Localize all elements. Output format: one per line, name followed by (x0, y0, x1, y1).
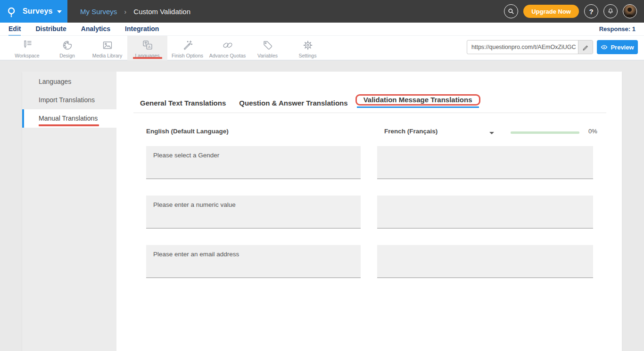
sidebar-item-languages[interactable]: Languages (22, 73, 116, 91)
product-switcher[interactable]: Surveys (0, 0, 67, 23)
toolbar-item-variables[interactable]: Variables (248, 36, 288, 60)
toolbar-item-design[interactable]: Design (47, 36, 87, 60)
tab-edit[interactable]: Edit (8, 23, 21, 36)
header-actions: Upgrade Now ? (504, 0, 637, 23)
target-language-select[interactable]: French (Français) (384, 128, 438, 135)
annotation-underline-languages (133, 57, 162, 59)
toolbar-items: Workspace Design Media Library (7, 36, 328, 60)
toolbar-item-advance-quotas[interactable]: Advance Quotas (207, 36, 248, 60)
sidebar-item-label: Manual Translations (39, 114, 98, 122)
survey-nav: Edit Distribute Analytics Integration Re… (0, 23, 644, 36)
page: Surveys My Surveys › Custom Validation U… (0, 0, 644, 351)
pencil-icon (582, 43, 589, 51)
breadcrumb-my-surveys[interactable]: My Surveys (80, 8, 117, 16)
tab-general-text-translations[interactable]: General Text Translations (133, 94, 232, 111)
languages-icon: A (141, 39, 154, 51)
target-text-numeric-input[interactable] (377, 196, 593, 229)
app-name: Surveys (23, 7, 53, 16)
toolbar-item-languages[interactable]: A Languages (127, 36, 167, 60)
response-count[interactable]: Response: 1 (599, 23, 636, 36)
tab-analytics[interactable]: Analytics (81, 23, 110, 36)
edit-toolbar: Workspace Design Media Library (0, 36, 644, 60)
toolbar-item-label: Design (59, 53, 75, 58)
chevron-down-icon[interactable] (489, 132, 494, 134)
target-language-label: French (Français) (384, 128, 438, 135)
help-icon[interactable]: ? (584, 4, 598, 18)
notifications-bell-icon[interactable] (603, 4, 618, 18)
sidebar-item-manual-translations[interactable]: Manual Translations (22, 109, 116, 128)
design-icon (61, 39, 74, 51)
advance-quotas-icon (222, 39, 234, 51)
annotation-box-validation-tab: Validation Message Translations (355, 94, 480, 106)
toolbar-item-label: Variables (257, 53, 278, 58)
source-text-numeric: Please enter a numeric value (146, 196, 361, 229)
toolbar-item-label: Settings (299, 53, 317, 58)
breadcrumb: My Surveys › Custom Validation (80, 0, 190, 23)
user-avatar[interactable] (623, 4, 637, 18)
toolbar-item-label: Advance Quotas (209, 53, 246, 58)
questionpro-logo-icon (7, 5, 19, 17)
tab-distribute[interactable]: Distribute (35, 23, 66, 36)
tab-validation-message-translations[interactable]: Validation Message Translations (357, 91, 479, 108)
toolbar-item-workspace[interactable]: Workspace (7, 36, 47, 60)
toolbar-item-media-library[interactable]: Media Library (87, 36, 127, 60)
eye-icon (601, 44, 608, 50)
svg-text:A: A (148, 45, 150, 49)
settings-icon (302, 39, 314, 51)
translation-tabs: General Text Translations Question & Ans… (133, 94, 480, 111)
toolbar-item-label: Media Library (92, 53, 123, 58)
media-library-icon (101, 39, 114, 51)
survey-nav-items: Edit Distribute Analytics Integration (8, 23, 159, 36)
translation-progress-bar (511, 131, 579, 134)
sidebar-item-import-translations[interactable]: Import Translations (22, 91, 116, 109)
progress-percent: 0% (588, 128, 597, 135)
source-language-label: English (Default Language) (146, 128, 229, 135)
upgrade-now-button[interactable]: Upgrade Now (523, 5, 579, 18)
variables-icon (262, 39, 274, 51)
languages-sidebar: Languages Import Translations Manual Tra… (22, 72, 116, 351)
manual-translations-main: General Text Translations Question & Ans… (116, 72, 622, 351)
tabs-divider (133, 113, 606, 113)
workspace-icon (21, 39, 33, 51)
preview-label: Preview (611, 44, 634, 51)
tab-integration[interactable]: Integration (125, 23, 159, 36)
breadcrumb-separator: › (124, 8, 126, 16)
source-text-email: Please enter an email address (146, 245, 361, 278)
breadcrumb-current-survey: Custom Validation (133, 8, 190, 16)
search-icon[interactable] (504, 4, 518, 18)
toolbar-item-settings[interactable]: Settings (288, 36, 328, 60)
languages-panel: Languages Import Translations Manual Tra… (22, 72, 622, 351)
preview-button[interactable]: Preview (597, 40, 638, 54)
annotation-underline-manual-translations (39, 124, 99, 126)
survey-url-input[interactable] (467, 41, 578, 54)
top-header: Surveys My Surveys › Custom Validation U… (0, 0, 644, 23)
source-text-gender: Please select a Gender (146, 146, 361, 179)
finish-options-icon (182, 39, 194, 51)
edit-url-button[interactable] (578, 41, 593, 54)
target-text-gender-input[interactable] (377, 146, 593, 179)
tab-question-answer-translations[interactable]: Question & Answer Translations (232, 94, 354, 111)
survey-url-group (467, 40, 593, 54)
toolbar-item-label: Finish Options (172, 53, 203, 58)
toolbar-item-finish-options[interactable]: Finish Options (167, 36, 207, 60)
toolbar-item-label: Workspace (15, 53, 39, 58)
target-text-email-input[interactable] (377, 245, 593, 278)
chevron-down-icon (57, 10, 62, 13)
